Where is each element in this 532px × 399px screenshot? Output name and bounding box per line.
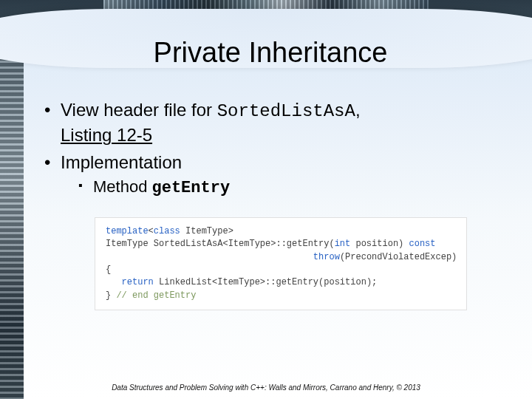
code-t: position) xyxy=(350,239,409,249)
code-t: (PrecondViolatedExcep) xyxy=(340,252,457,262)
code-kw-class: class xyxy=(154,226,180,236)
code-t: ItemType SortedListAsA<ItemType>::getEnt… xyxy=(106,239,335,249)
sub-bullet-list: Method getEntry xyxy=(61,176,497,200)
listing-link[interactable]: Listing 12-5 xyxy=(61,125,152,145)
code-t: LinkedList<ItemType>::getEntry(position)… xyxy=(154,277,377,287)
code-t: { xyxy=(106,265,111,275)
code-t: < xyxy=(149,226,154,236)
footer-citation: Data Structures and Problem Solving with… xyxy=(0,383,532,392)
code-t xyxy=(106,277,122,287)
bullet-2: Implementation Method getEntry xyxy=(44,151,497,200)
sub-bullet-1: Method getEntry xyxy=(61,176,497,200)
code-kw-int: int xyxy=(335,239,351,249)
slide-title: Private Inheritance xyxy=(44,37,497,69)
bullet-list: View header file for SortedListAsA, List… xyxy=(44,98,497,200)
code-snippet: template<class ItemType> ItemType Sorted… xyxy=(95,217,467,310)
bullet-1-text-post: , xyxy=(355,100,361,120)
code-t: ItemType> xyxy=(180,226,233,236)
slide-content: Private Inheritance View header file for… xyxy=(0,0,532,399)
code-comment: // end getEntry xyxy=(116,290,196,301)
code-t xyxy=(106,252,313,262)
bullet-2-text: Implementation xyxy=(61,152,182,172)
sub-1-code: getEntry xyxy=(152,179,231,197)
bullet-1-text-pre: View header file for xyxy=(61,100,217,120)
code-kw-template: template xyxy=(106,226,149,236)
code-kw-return: return xyxy=(122,277,154,287)
bullet-1: View header file for SortedListAsA, List… xyxy=(44,98,497,148)
code-kw-const: const xyxy=(409,239,435,249)
code-t: } xyxy=(106,290,116,301)
sub-1-pre: Method xyxy=(93,177,152,196)
code-kw-throw: throw xyxy=(313,252,340,262)
bullet-1-code: SortedListAsA xyxy=(217,101,355,121)
